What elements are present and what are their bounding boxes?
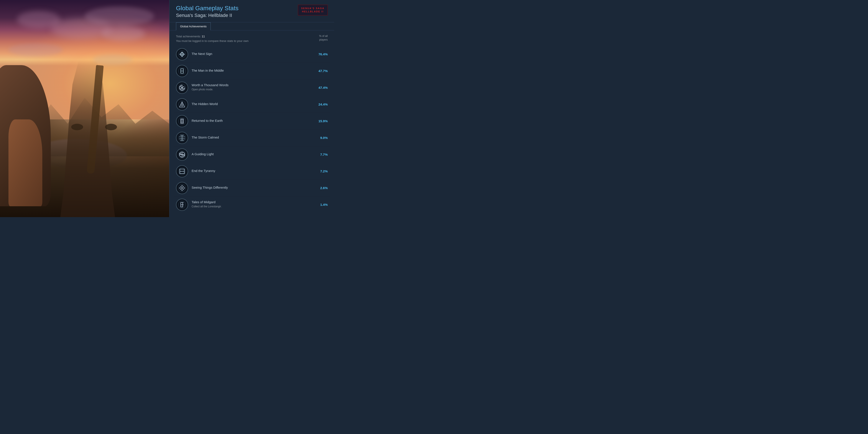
achievement-icon — [176, 165, 188, 177]
tab-global-achievements[interactable]: Global Achievements — [176, 22, 211, 30]
achievement-percent: 1.4% — [316, 203, 328, 206]
achievement-row: Tales of Midgard Collect all the Loresta… — [174, 197, 330, 213]
achievement-icon — [176, 48, 188, 60]
achievement-middle: The Man in the Middle — [192, 68, 312, 74]
achievement-icon — [176, 115, 188, 127]
achievement-percent: 76.4% — [316, 52, 328, 56]
achievement-icon — [176, 82, 188, 94]
page-header: Global Gameplay Stats Senua's Saga: Hell… — [169, 0, 334, 22]
achievement-row: Returned to the Earth 15.9% — [174, 113, 330, 129]
achievement-name: The Man in the Middle — [192, 68, 312, 72]
tabs-bar: Global Achievements — [169, 22, 334, 30]
column-header: % of all players — [319, 34, 328, 42]
achievement-row: The Storm Calmed 9.0% — [174, 129, 330, 146]
stats-summary: Total achievements: 11 You must be logge… — [169, 30, 334, 46]
achievement-description: Collect all the Lorestangir. — [192, 205, 312, 208]
header-text: Global Gameplay Stats Senua's Saga: Hell… — [176, 5, 239, 18]
achievement-row: The Next Sign 76.4% — [174, 46, 330, 63]
achievement-icon — [176, 65, 188, 77]
achievement-name: End the Tyranny — [192, 169, 312, 173]
stats-info-text: Total achievements: 11 You must be logge… — [176, 34, 248, 44]
achievement-middle: Seeing Things Differently — [192, 185, 312, 191]
achievement-icon — [176, 148, 188, 161]
achievement-middle: Returned to the Earth — [192, 119, 312, 123]
achievement-name: The Storm Calmed — [192, 136, 312, 139]
achievement-name: The Hidden World — [192, 102, 312, 106]
achievement-description: Open photo mode. — [192, 88, 312, 91]
achievement-percent: 7.7% — [316, 153, 328, 156]
achievement-name: Seeing Things Differently — [192, 185, 312, 189]
achievement-middle: The Hidden World — [192, 102, 312, 107]
logo-text-1: Senua's Saga — [301, 7, 324, 10]
total-achievements-line: Total achievements: 11 — [176, 34, 248, 39]
achievement-name: A Guiding Light — [192, 152, 312, 156]
achievement-row: The Man in the Middle 47.7% — [174, 63, 330, 80]
achievement-row: A Guiding Light 7.7% — [174, 146, 330, 163]
achievement-percent: 9.0% — [316, 136, 328, 140]
achievement-percent: 47.7% — [316, 69, 328, 73]
achievement-middle: A Guiding Light — [192, 152, 312, 157]
achievement-middle: Worth a Thousand Words Open photo mode. — [192, 83, 312, 92]
achievement-row: Worth a Thousand Words Open photo mode. … — [174, 80, 330, 96]
total-label: Total achievements: — [176, 35, 201, 38]
achievement-icon — [176, 199, 188, 211]
achievements-list[interactable]: The Next Sign 76.4% The Man in the Middl… — [169, 46, 334, 217]
achievement-name: Tales of Midgard — [192, 200, 312, 204]
achievement-middle: The Storm Calmed — [192, 136, 312, 140]
achievement-middle: Tales of Midgard Collect all the Loresta… — [192, 200, 312, 209]
achievement-row: The Hidden World 24.4% — [174, 96, 330, 113]
achievement-middle: The Next Sign — [192, 52, 312, 57]
page-title: Global Gameplay Stats — [176, 5, 239, 12]
achievement-percent: 2.6% — [316, 186, 328, 190]
game-logo: Senua's Saga Hellblade II — [298, 5, 328, 16]
achievement-percent: 24.4% — [316, 103, 328, 106]
stats-panel: Global Gameplay Stats Senua's Saga: Hell… — [169, 0, 334, 217]
game-name: Senua's Saga: Hellblade II — [176, 12, 239, 18]
achievement-row: Seeing Things Differently 2.6% — [174, 180, 330, 197]
achievement-name: Worth a Thousand Words — [192, 83, 312, 87]
achievement-name: The Next Sign — [192, 52, 312, 56]
game-screenshot — [0, 0, 169, 217]
achievement-percent: 15.9% — [316, 119, 328, 123]
achievement-percent: 47.4% — [316, 86, 328, 89]
total-count: 11 — [202, 35, 205, 38]
logo-text-2: Hellblade II — [301, 10, 324, 13]
achievement-icon — [176, 132, 188, 144]
achievement-middle: End the Tyranny — [192, 169, 312, 174]
achievement-row: End the Tyranny 7.2% — [174, 163, 330, 180]
login-note: You must be logged in to compare these s… — [176, 39, 248, 44]
achievement-percent: 7.2% — [316, 169, 328, 173]
achievement-icon — [176, 182, 188, 194]
achievement-name: Returned to the Earth — [192, 119, 312, 122]
achievement-icon — [176, 98, 188, 111]
